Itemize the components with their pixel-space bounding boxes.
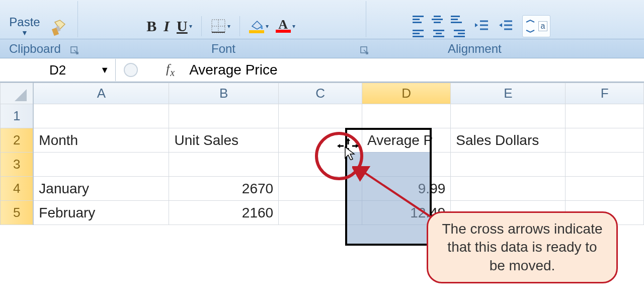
row-header-5[interactable]: 5	[1, 201, 34, 225]
cell[interactable]	[566, 104, 644, 128]
cell-A5[interactable]: February	[33, 201, 169, 225]
alignment-buttons	[408, 14, 465, 39]
annotation-callout: The cross arrows indicate that this data…	[427, 211, 618, 283]
col-header-E[interactable]: E	[451, 83, 566, 104]
cell[interactable]	[451, 153, 566, 177]
col-header-C[interactable]: C	[279, 83, 362, 104]
fill-color-swatch	[249, 30, 264, 33]
merge-center-button[interactable]: a	[522, 15, 550, 37]
row-header-1[interactable]: 1	[1, 104, 34, 128]
cell[interactable]	[566, 153, 644, 177]
paste-dropdown-icon[interactable]: ▼	[21, 29, 28, 36]
alignment-group: a	[368, 1, 590, 37]
ribbon: Paste ▼ B I U▾	[0, 0, 644, 39]
annotation-text: The cross arrows indicate that this data…	[442, 221, 602, 273]
font-dialog-launcher-icon[interactable]	[360, 46, 369, 55]
align-left-button[interactable]	[413, 28, 427, 39]
font-group-label: Font	[211, 42, 235, 56]
cell[interactable]	[451, 104, 566, 128]
ribbon-separator	[366, 1, 366, 37]
align-center-button[interactable]	[432, 28, 446, 39]
select-all-corner[interactable]	[1, 83, 34, 104]
chevron-down-icon[interactable]: ▾	[292, 23, 295, 30]
col-header-A[interactable]: A	[33, 83, 169, 104]
cell[interactable]	[279, 104, 362, 128]
font-color-button[interactable]: A ▾	[276, 20, 295, 33]
cell-A2[interactable]: Month	[33, 128, 169, 153]
clipboard-dialog-launcher-icon[interactable]	[70, 46, 79, 55]
cell-D4[interactable]: 9.99	[362, 177, 451, 201]
cell-B5[interactable]: 2160	[169, 201, 279, 225]
name-box-dropdown-icon[interactable]: ▼	[100, 65, 109, 76]
cell-A4[interactable]: January	[33, 177, 169, 201]
borders-button[interactable]: ▾	[211, 19, 230, 34]
cell-C2[interactable]	[279, 128, 362, 153]
row-header-4[interactable]: 4	[1, 177, 34, 201]
cell[interactable]	[33, 153, 169, 177]
align-right-button[interactable]	[451, 28, 465, 39]
font-group: B I U▾ ▾	[80, 1, 362, 37]
underline-button[interactable]: U▾	[177, 18, 192, 35]
col-header-D[interactable]: D	[362, 83, 451, 104]
cell-E2[interactable]: Sales Dollars	[451, 128, 566, 153]
cell-C4[interactable]	[279, 177, 362, 201]
align-bottom-button[interactable]	[451, 14, 465, 25]
ribbon-separator	[239, 16, 240, 36]
align-top-button[interactable]	[413, 14, 427, 25]
formula-bar: D2 ▼ fx Average Price	[0, 58, 644, 83]
cell-C5[interactable]	[279, 201, 362, 225]
name-box-value: D2	[49, 62, 66, 78]
chevron-down-icon[interactable]: ▾	[266, 23, 269, 30]
increase-indent-button[interactable]	[498, 18, 513, 34]
alignment-group-label: Alignment	[448, 42, 502, 56]
name-box[interactable]: D2 ▼	[0, 59, 116, 81]
col-header-B[interactable]: B	[169, 83, 279, 104]
ribbon-separator	[201, 16, 202, 36]
cell-B2[interactable]: Unit Sales	[169, 128, 279, 153]
italic-button[interactable]: I	[164, 18, 170, 35]
col-header-F[interactable]: F	[566, 83, 644, 104]
decrease-indent-button[interactable]	[474, 18, 489, 34]
chevron-down-icon[interactable]: ▾	[227, 23, 230, 30]
svg-rect-5	[212, 32, 225, 33]
cell-B4[interactable]: 2670	[169, 177, 279, 201]
fx-icon[interactable]: fx	[166, 61, 175, 79]
cell[interactable]	[362, 153, 451, 177]
cell-F4[interactable]	[566, 177, 644, 201]
ribbon-separator	[77, 1, 78, 37]
format-painter-icon[interactable]	[50, 19, 70, 39]
formula-value[interactable]: Average Price	[189, 62, 277, 78]
bold-button[interactable]: B	[146, 18, 156, 35]
row-header-3[interactable]: 3	[1, 153, 34, 177]
font-color-swatch	[276, 30, 291, 33]
fill-color-button[interactable]: ▾	[249, 19, 269, 33]
cell[interactable]	[362, 104, 451, 128]
cell-E4[interactable]	[451, 177, 566, 201]
cancel-icon[interactable]	[124, 63, 138, 77]
row-header-2[interactable]: 2	[1, 128, 34, 153]
cell-F2[interactable]	[566, 128, 644, 153]
cell-D2[interactable]: Average P	[362, 128, 451, 153]
chevron-down-icon[interactable]: ▾	[189, 23, 192, 30]
clipboard-group-label: Clipboard	[9, 42, 61, 56]
paste-label: Paste	[9, 16, 40, 28]
cell[interactable]	[169, 153, 279, 177]
align-middle-button[interactable]	[432, 14, 446, 25]
clipboard-group: Paste ▼	[3, 1, 73, 37]
ribbon-group-labels: Clipboard Font Alignment	[0, 39, 644, 58]
cell[interactable]	[279, 153, 362, 177]
paste-button[interactable]: Paste ▼	[7, 16, 43, 36]
cell[interactable]	[169, 104, 279, 128]
cell[interactable]	[33, 104, 169, 128]
